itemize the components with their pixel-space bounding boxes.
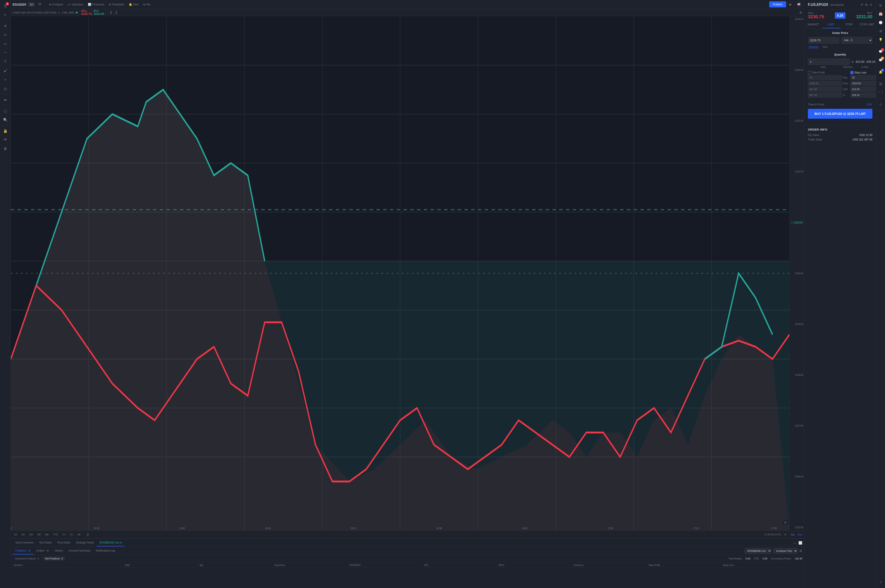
sidebar-ruler-icon[interactable]: ◻ [2,107,9,115]
th-symbol[interactable]: Symbol ↕ [13,563,124,567]
sidebar-back-icon[interactable]: ⬅ [2,96,9,104]
tp-usd-input[interactable] [808,87,842,92]
ticks-toggle[interactable]: Ticks [822,45,828,48]
rp-settings-btn[interactable]: ⚙ [865,3,868,6]
price-input[interactable] [808,37,839,44]
sidebar-brush-icon[interactable]: 🖌 [2,67,9,75]
tab-ironbeam-live[interactable]: IRONBEAM Live ● [97,539,125,546]
tp-pips-input[interactable] [808,75,842,80]
sl-price-input[interactable] [850,81,876,86]
re-chat2-icon[interactable]: 💬 44 [877,56,884,64]
timeframe-1m[interactable]: 1m [28,2,35,7]
sl-pct-input[interactable] [850,93,876,98]
tab-text-notes[interactable]: Text Notes [36,539,55,546]
period-5d[interactable]: 5D [20,532,26,537]
chart-canvas[interactable]: 3234.00 3233.00 3232.00 3231.00 3230.75 … [11,16,804,531]
th-more[interactable]: ⋮ [797,563,802,567]
calendar-range-btn[interactable]: ⊞ [85,532,90,537]
panel-settings-btn[interactable]: ⚙ [799,549,802,553]
replay-btn[interactable]: ⏮ Re... [141,2,154,7]
auto-mode-btn[interactable]: auto [798,533,802,536]
account-selector[interactable]: Ironbeam Test [773,548,798,554]
subtab-positions[interactable]: Positions 0 [13,548,34,555]
sidebar-node-icon[interactable]: ⌖ [2,76,9,84]
play-button[interactable]: ▶ [787,1,794,8]
tp-price-input[interactable] [808,81,842,86]
period-1d[interactable]: 1D [13,532,18,537]
sl-pips-input[interactable] [850,75,876,80]
re-chat1-icon[interactable]: 💬 1 [877,48,884,55]
sidebar-menu-icon[interactable]: ☰ 9 [2,2,9,10]
sidebar-pencil-icon[interactable]: ✏ [2,31,9,39]
sidebar-text-icon[interactable]: T [2,58,9,66]
sidebar-scissors-icon[interactable]: ✂ [2,40,9,48]
percent-mode-btn[interactable]: % [783,532,788,537]
chart-settings-btn[interactable]: ⚙ [799,11,802,14]
qty-down-arrow[interactable]: ▼ [115,13,117,15]
subtab-history[interactable]: History [52,548,66,555]
financials-btn[interactable]: 📊 Financials [86,2,106,7]
order-tab-stop[interactable]: STOP [840,21,858,28]
sidebar-crosshair-icon[interactable]: ✛ [2,22,9,30]
period-1m[interactable]: 1M [28,532,34,537]
period-ytd[interactable]: YTD [52,532,59,537]
filter-individual-btn[interactable]: Individual Positions 0 [13,556,41,561]
filter-net-btn[interactable]: Net Positions 0 [43,556,65,561]
sidebar-eye-icon[interactable]: 👁 [2,136,9,144]
period-5y[interactable]: 5Y [69,532,74,537]
indicators-btn[interactable]: Indicators [66,2,85,7]
rp-refresh-btn[interactable]: ↺ [861,3,863,6]
compare-btn[interactable]: ⊕ Compare [47,2,65,7]
subtab-notifications-log[interactable]: Notifications log [93,548,118,555]
sidebar-zoom-icon[interactable]: 🔍 [2,116,9,124]
subtab-account-summary[interactable]: Account Summary [66,548,93,555]
period-6m[interactable]: 6M [44,532,50,537]
sidebar-cursor-icon[interactable]: ↖ [2,11,9,19]
re-watchlist-icon[interactable]: ☰ [877,2,884,9]
re-bell-icon[interactable]: 🔔 2 [877,68,884,75]
subtab-orders[interactable]: Orders 0 [34,548,52,555]
calculator-icon[interactable]: ⊞ [852,60,854,63]
panel-minimize-btn[interactable]: — [793,541,796,544]
re-help-icon[interactable]: ? [877,579,884,586]
order-tab-stop-limit[interactable]: STOP LIMIT [858,21,876,28]
tp-pct-input[interactable] [808,93,842,98]
re-settings-icon[interactable]: ⋮⋮ [877,89,884,96]
sidebar-trash-icon[interactable]: 🗑 [2,145,9,153]
tab-stock-screener[interactable]: Stock Screener [13,539,36,546]
qty-large-input[interactable] [808,58,850,65]
sound-button[interactable]: 📢 [795,1,802,8]
sl-checkbox[interactable] [850,71,853,74]
re-clock-icon[interactable]: 🕐 [877,19,884,26]
panel-maximize-btn[interactable]: ⬜ [798,541,802,544]
re-calendar-icon[interactable]: 📅 [877,10,884,18]
order-tab-market[interactable]: MARKET [804,21,822,28]
period-3m[interactable]: 3M [36,532,42,537]
re-diamond-icon[interactable]: ◇ [877,101,884,108]
re-layers-icon[interactable] [877,80,884,87]
sl-usd-input[interactable] [850,87,876,92]
qty-input[interactable] [107,11,114,14]
log-mode-btn[interactable]: log [790,532,796,537]
sidebar-wave-icon[interactable]: 〰 [2,49,9,57]
order-tab-limit[interactable]: LIMIT [822,21,840,28]
re-bulb-icon[interactable]: 💡 [877,36,884,43]
tab-strategy-tester[interactable]: Strategy Tester [73,539,96,546]
sidebar-lock-icon[interactable]: 🔒 [2,127,9,135]
price-modifier-select[interactable]: Ask - 5 [841,37,873,44]
tab-pine-editor[interactable]: Pine Editor [55,539,73,546]
publish-button[interactable]: Publish [769,2,786,8]
sidebar-magnet-icon[interactable]: ⊙ [2,85,9,93]
period-all[interactable]: All [76,532,82,537]
broker-selector[interactable]: IRONBEAM Live [744,548,771,554]
tp-checkbox[interactable] [808,71,811,74]
period-1y[interactable]: 1Y [61,532,67,537]
tif-value[interactable]: DAY [867,103,872,106]
buy-order-button[interactable]: BUY 1 F.US.EPU20 @ 3229.75 LMT [808,109,872,118]
chart-type-btn[interactable] [36,2,44,8]
chart-bottom-settings-btn[interactable]: ⚙ [783,520,788,525]
alert-btn[interactable]: 🔔 Alert [127,2,141,7]
rp-close-btn[interactable]: ✕ [870,3,872,6]
absolute-toggle[interactable]: Absolute [809,45,819,48]
templates-btn[interactable]: ⊞ Templates [107,2,126,7]
